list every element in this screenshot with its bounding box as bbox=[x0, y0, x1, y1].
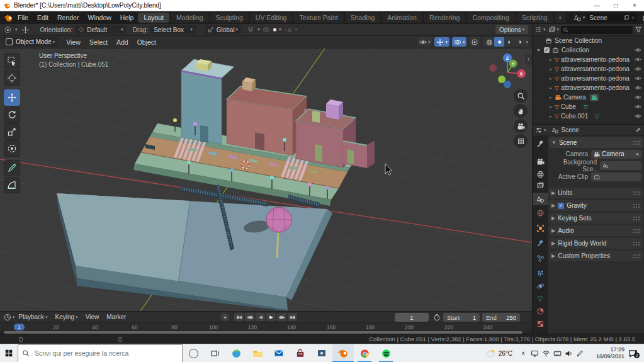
chevron-down-icon[interactable]: ▾ bbox=[257, 27, 260, 32]
wifi-icon[interactable] bbox=[540, 348, 551, 359]
outliner-search-input[interactable] bbox=[568, 26, 631, 33]
transform-tool[interactable] bbox=[4, 140, 20, 157]
units-panel[interactable]: ▶ Units bbox=[549, 188, 643, 198]
previous-keyframe-button[interactable]: ◀◆ bbox=[245, 313, 254, 321]
temperature[interactable]: 26°C bbox=[499, 350, 512, 357]
chevron-down-icon[interactable]: ▾ bbox=[583, 15, 585, 20]
pin-icon[interactable] bbox=[635, 127, 641, 133]
viewport-menu-object[interactable]: Object bbox=[133, 38, 161, 46]
viewport-menu-view[interactable]: View bbox=[62, 38, 85, 46]
panel-drag-dots[interactable] bbox=[633, 140, 640, 145]
blender-menu-icon[interactable] bbox=[4, 13, 13, 23]
solid-shading-button[interactable]: ● bbox=[494, 37, 504, 47]
add-workspace-button[interactable]: + bbox=[555, 13, 566, 23]
eye-icon[interactable] bbox=[635, 84, 641, 91]
eye-icon[interactable] bbox=[635, 103, 641, 110]
mesh-data-icon[interactable]: ▽ bbox=[595, 113, 599, 120]
tab-scene[interactable] bbox=[533, 193, 548, 205]
drag-dropdown[interactable]: Select Box ▾ bbox=[150, 25, 196, 34]
menu-edit[interactable]: Edit bbox=[33, 14, 53, 21]
chevron-down-icon[interactable]: ▾ bbox=[295, 27, 297, 32]
tab-physics[interactable] bbox=[533, 280, 548, 292]
viewport-3d[interactable]: Z Y X User Perspective (1) Collection | … bbox=[0, 48, 532, 311]
chrome-button[interactable] bbox=[354, 344, 375, 362]
mesh-data-icon[interactable]: ▽ bbox=[584, 104, 588, 110]
chevron-down-icon[interactable]: ▾ bbox=[544, 128, 546, 133]
gravity-panel[interactable]: ▶ ✓ Gravity bbox=[549, 200, 643, 211]
tab-modifiers[interactable] bbox=[533, 237, 548, 249]
timeline-editor-icon[interactable] bbox=[4, 314, 11, 321]
proportional-falloff-icon[interactable]: ■ bbox=[273, 26, 276, 33]
media-player-button[interactable] bbox=[311, 344, 332, 362]
tab-rendering[interactable]: Rendering bbox=[424, 13, 465, 23]
menu-window[interactable]: Window bbox=[83, 14, 115, 21]
current-frame-field[interactable]: 1 bbox=[395, 313, 429, 322]
rigid-body-world-panel[interactable]: ▶ Rigid Body World bbox=[549, 238, 643, 249]
eye-icon[interactable] bbox=[635, 65, 641, 72]
touch-keyboard-icon[interactable] bbox=[551, 348, 563, 359]
pen-icon[interactable] bbox=[574, 348, 585, 359]
chevron-down-icon[interactable]: ▾ bbox=[543, 27, 546, 32]
eye-icon[interactable] bbox=[635, 113, 641, 120]
volume-icon[interactable] bbox=[563, 348, 574, 359]
outliner-row-camera[interactable]: ► Camera bbox=[533, 93, 644, 102]
viewport-menu-select[interactable]: Select bbox=[85, 38, 112, 46]
outliner-search[interactable] bbox=[561, 26, 633, 34]
audio-panel[interactable]: ▶ Audio bbox=[549, 225, 643, 236]
xray-toggle[interactable] bbox=[469, 37, 480, 47]
new-scene-icon[interactable] bbox=[623, 14, 630, 21]
notification-center-button[interactable]: 2 bbox=[628, 348, 638, 359]
scene-icon[interactable] bbox=[573, 14, 582, 22]
zoom-button[interactable] bbox=[514, 89, 528, 103]
shading-dropdown-icon[interactable]: ▾ bbox=[526, 40, 528, 45]
overlays-toggle[interactable]: ▾ bbox=[452, 37, 467, 47]
chevron-down-icon[interactable]: ▾ bbox=[557, 27, 560, 32]
keying-sets-panel[interactable]: ▶ Keying Sets bbox=[549, 213, 643, 223]
falloff-curve-icon[interactable]: ◦∧ bbox=[285, 26, 292, 33]
start-frame-field[interactable]: Start 1 bbox=[443, 313, 480, 322]
edge-button[interactable] bbox=[225, 344, 247, 362]
custom-properties-panel[interactable]: ▶ Custom Properties bbox=[549, 251, 643, 261]
visibility-dropdown[interactable]: ▾ bbox=[417, 37, 432, 47]
playback-menu[interactable]: Playback▾ bbox=[15, 314, 52, 320]
start-button[interactable] bbox=[0, 344, 18, 362]
tab-world[interactable] bbox=[533, 206, 548, 219]
disclosure-triangle-icon[interactable]: ▼ bbox=[536, 48, 541, 52]
tab-texture-paint[interactable]: Texture Paint bbox=[293, 13, 343, 23]
device-icon[interactable] bbox=[529, 348, 540, 359]
eye-icon[interactable] bbox=[635, 75, 641, 82]
store-button[interactable] bbox=[290, 344, 311, 362]
filter-id-icon[interactable] bbox=[548, 26, 556, 33]
eye-icon[interactable] bbox=[635, 47, 641, 54]
file-explorer-button[interactable] bbox=[247, 344, 268, 362]
tab-sculpting[interactable]: Sculpting bbox=[210, 13, 249, 23]
rendered-shading-button[interactable]: ◑ bbox=[514, 37, 524, 47]
tab-output[interactable] bbox=[533, 167, 548, 180]
clear-icon[interactable]: × bbox=[636, 151, 639, 157]
background-scene-field[interactable] bbox=[600, 161, 641, 170]
active-clip-field[interactable] bbox=[591, 173, 641, 181]
show-hidden-icons-chevron[interactable]: ∧ bbox=[517, 350, 529, 356]
measure-tool[interactable] bbox=[4, 177, 20, 193]
proportional-editing-icon[interactable] bbox=[263, 26, 270, 33]
gizmos-toggle[interactable]: ▾ bbox=[434, 37, 449, 47]
menu-help[interactable]: Help bbox=[116, 14, 138, 21]
rotate-tool[interactable] bbox=[4, 106, 20, 123]
chevron-down-icon[interactable]: ▾ bbox=[15, 27, 18, 32]
move-tool-settings-icon[interactable] bbox=[21, 26, 30, 34]
outliner-row-scene-collection[interactable]: Scene Collection bbox=[533, 36, 644, 45]
end-frame-field[interactable]: End 250 bbox=[482, 313, 520, 322]
tab-object[interactable] bbox=[533, 222, 548, 234]
transform-orientation-dropdown[interactable]: Global ▾ bbox=[205, 25, 241, 34]
spotify-button[interactable] bbox=[375, 344, 397, 362]
outliner-row-object[interactable]: ► ▽ attraversamento-pedona bbox=[533, 74, 644, 83]
record-button[interactable]: ● bbox=[220, 313, 229, 321]
minimize-button[interactable]: — bbox=[587, 0, 606, 11]
viewport-canvas[interactable]: Z Y X bbox=[0, 48, 532, 311]
panel-drag-dots[interactable] bbox=[633, 216, 640, 221]
snap-magnet-icon[interactable] bbox=[247, 26, 254, 33]
cortana-button[interactable] bbox=[183, 344, 204, 362]
next-keyframe-button[interactable]: ◆▶ bbox=[277, 313, 286, 321]
jump-to-start-button[interactable]: ▮◀ bbox=[234, 313, 244, 321]
camera-field[interactable]: Camera × bbox=[591, 150, 641, 159]
